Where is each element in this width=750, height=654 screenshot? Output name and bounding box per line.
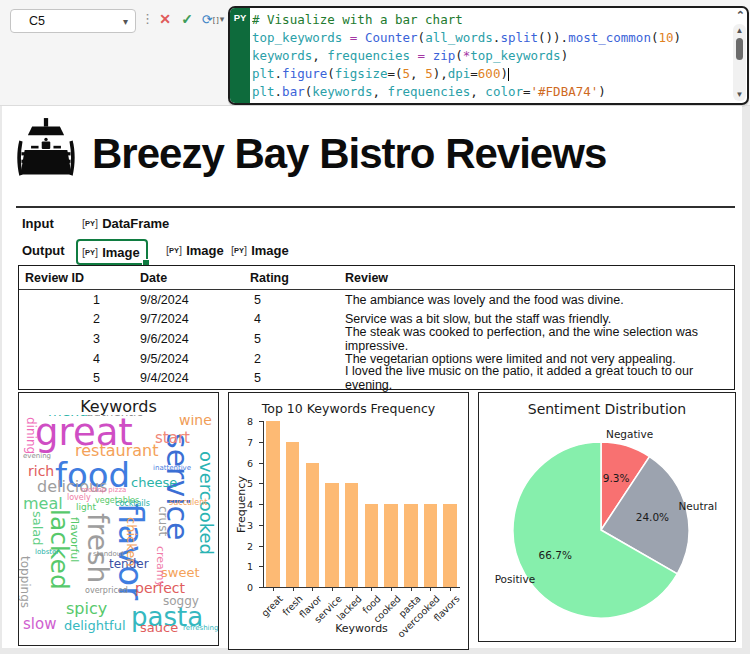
py-chip-icon: [PY] — [231, 244, 247, 256]
pie-category-label: Positive — [495, 573, 535, 585]
wordcloud-word: toppings — [19, 556, 30, 608]
y-tick-mark — [259, 442, 263, 443]
column-header: Date — [116, 271, 228, 285]
y-tick-mark — [259, 504, 263, 505]
wordcloud-word: salad — [31, 511, 43, 546]
scroll-down-icon[interactable]: ▼ — [733, 90, 746, 99]
bar — [266, 421, 280, 587]
wordcloud-word: cocktails — [115, 500, 150, 508]
wordcloud-word: soggy — [163, 596, 199, 607]
wordcloud-word: crust — [157, 506, 168, 536]
x-tick-mark — [352, 588, 353, 591]
table-cell[interactable]: 5 — [19, 371, 116, 385]
y-tick-mark — [259, 566, 263, 567]
wordcloud-word: menu — [48, 415, 88, 418]
y-tick-mark — [259, 587, 263, 588]
table-cell[interactable]: 1 — [19, 293, 116, 307]
column-header: Review — [338, 271, 734, 285]
wordcloud-word: slow — [23, 617, 56, 631]
y-tick-mark — [259, 463, 263, 464]
table-cell[interactable]: 9/6/2024 — [116, 332, 228, 346]
table-cell[interactable]: I loved the live music on the patio, it … — [338, 364, 734, 392]
table-cell[interactable]: 4 — [228, 312, 338, 326]
bar-chart[interactable]: Top 10 Keywords Frequency 012345678great… — [228, 392, 469, 650]
wordcloud-canvas: greatfoodflavorserviceovercookedfreshlac… — [19, 415, 218, 645]
table-row: 59/4/20245I loved the live music on the … — [19, 368, 734, 388]
y-tick-label: 7 — [233, 437, 253, 448]
bar — [404, 504, 418, 587]
python-in-excel-window: C5 ▾ ⋮ ✕ ✓ ⟳[ ]▾ PY # Visualize with a b… — [0, 0, 750, 654]
wordcloud-word: meal — [23, 496, 63, 511]
scrollbar-thumb[interactable] — [736, 38, 743, 60]
x-tick-mark — [391, 588, 392, 591]
formula-scrollbar[interactable]: ▲ ▼ — [733, 24, 746, 101]
wordcloud-title: Keywords — [19, 397, 218, 416]
chip-label: Image — [102, 245, 140, 260]
pie-category-label: Neutral — [678, 500, 717, 512]
scroll-up-icon[interactable]: ▲ — [733, 26, 746, 35]
x-tick-mark — [332, 588, 333, 591]
table-cell[interactable]: 3 — [19, 332, 116, 346]
table-cell[interactable]: The ambiance was lovely and the food was… — [338, 293, 734, 307]
y-tick-mark — [259, 483, 263, 484]
cancel-button[interactable]: ✕ — [155, 9, 175, 29]
separator-dots-icon: ⋮ — [141, 11, 154, 26]
code-line: plt.bar(keywords, frequencies, color='#F… — [252, 83, 731, 101]
insert-python-button[interactable]: ⟳[ ]▾ — [198, 9, 228, 29]
column-header: Review ID — [19, 271, 116, 285]
table-cell[interactable]: 2 — [19, 312, 116, 326]
name-box-chevron-icon[interactable]: ▾ — [123, 16, 135, 27]
table-cell[interactable]: 9/7/2024 — [116, 312, 228, 326]
bar — [424, 504, 438, 587]
wordcloud-word: flavorful — [69, 517, 79, 562]
bar — [443, 504, 457, 587]
output-chip-selected[interactable]: [PY]Image — [76, 239, 148, 265]
review-table: Review IDDateRatingReview 19/8/20245The … — [18, 265, 735, 390]
wordcloud-chart[interactable]: Keywords greatfoodflavorserviceovercooke… — [18, 392, 219, 646]
table-cell[interactable]: 4 — [19, 352, 116, 366]
table-cell[interactable]: 5 — [228, 371, 338, 385]
x-tick-label: great — [259, 593, 285, 619]
table-row: 19/8/20245The ambiance was lovely and th… — [19, 290, 734, 310]
y-tick-label: 1 — [233, 561, 253, 572]
wordcloud-word: inattentive — [153, 465, 191, 472]
formula-editor[interactable]: PY # Visualize with a bar charttop_keywo… — [228, 6, 749, 105]
python-code-editor[interactable]: # Visualize with a bar charttop_keywords… — [252, 11, 731, 101]
title-divider — [16, 206, 735, 208]
pie-chart[interactable]: Sentiment Distribution 9.3%Negative24.0%… — [478, 392, 736, 642]
table-cell[interactable]: 5 — [228, 293, 338, 307]
py-object-chip[interactable]: [PY]Image — [162, 239, 230, 261]
chip-label: Image — [251, 243, 289, 258]
table-cell[interactable]: 9/4/2024 — [116, 371, 228, 385]
bar-xaxis-label: Keywords — [263, 622, 460, 635]
y-tick-label: 0 — [233, 582, 253, 593]
py-object-chip[interactable]: [PY]Image — [227, 239, 295, 261]
wordcloud-word: lobster — [35, 549, 59, 556]
table-cell[interactable]: 5 — [228, 332, 338, 346]
text-caret — [508, 68, 510, 81]
input-label: Input — [22, 216, 54, 231]
table-cell[interactable]: The steak was cooked to perfection, and … — [338, 325, 734, 353]
collapse-formula-bar-icon[interactable]: ⌃ — [736, 9, 745, 22]
enter-button[interactable]: ✓ — [177, 9, 197, 29]
column-header: Rating — [228, 271, 338, 285]
table-cell[interactable]: 9/5/2024 — [116, 352, 228, 366]
table-row: 39/6/20245The steak was cooked to perfec… — [19, 329, 734, 349]
chip-label: DataFrame — [102, 216, 169, 231]
wordcloud-word: chicken — [125, 517, 137, 566]
wordcloud-word: lovely — [67, 494, 91, 502]
wordcloud-word: succulent — [169, 499, 207, 507]
bar-plot-area: 012345678greatfreshflavorservicelackedfo… — [229, 393, 468, 649]
py-object-chip[interactable]: [PY]DataFrame — [78, 212, 175, 234]
code-line: keywords, frequencies = zip(*top_keyword… — [252, 47, 731, 65]
wordcloud-word: rooftop pizza — [81, 487, 126, 494]
py-chip-icon: [PY] — [166, 244, 182, 256]
name-box[interactable]: C5 ▾ — [10, 9, 136, 33]
cell-reference[interactable]: C5 — [11, 14, 123, 28]
table-cell[interactable]: 2 — [228, 352, 338, 366]
y-tick-label: 2 — [233, 541, 253, 552]
y-tick-label: 8 — [233, 416, 253, 427]
output-label: Output — [22, 243, 65, 258]
table-cell[interactable]: 9/8/2024 — [116, 293, 228, 307]
y-tick-mark — [259, 525, 263, 526]
